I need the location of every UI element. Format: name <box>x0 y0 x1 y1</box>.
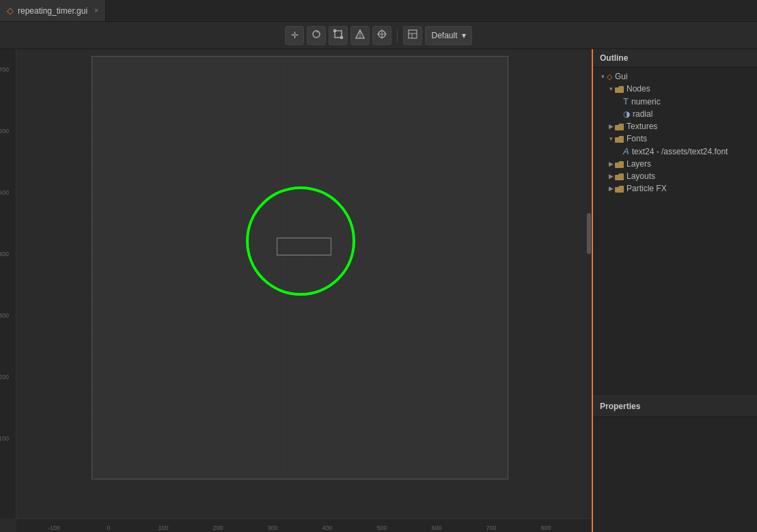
main-layout: 700 600 500 400 300 200 100 -100 0 100 2… <box>0 49 757 532</box>
move-tool-button[interactable]: ✛ <box>285 26 304 45</box>
properties-header: Properties <box>593 396 757 417</box>
numeric-text-box[interactable]: 0s <box>277 238 331 255</box>
ruler-label-neg100: -100 <box>48 524 60 531</box>
ruler-bottom: -100 0 100 200 300 400 500 600 700 800 <box>16 518 592 532</box>
text-icon-numeric: T <box>623 96 629 107</box>
tab-icon: ◇ <box>7 5 14 16</box>
dropdown-arrow-icon: ▾ <box>462 31 466 40</box>
scene-canvas[interactable]: 0s <box>92 56 508 479</box>
ruler-label-500: 500 <box>0 189 9 196</box>
ruler-label-0: 0 <box>107 524 110 531</box>
tree-item-fonts[interactable]: ▾ Fonts <box>593 132 757 145</box>
canvas-wrapper[interactable]: 700 600 500 400 300 200 100 -100 0 100 2… <box>0 49 592 532</box>
scale-icon <box>333 29 343 41</box>
tree-item-layouts[interactable]: ▶ Layouts <box>593 170 757 182</box>
tree-item-numeric[interactable]: T numeric <box>593 95 757 108</box>
canvas-scrollbar-thumb[interactable] <box>587 213 591 254</box>
ruler-label-200b: 200 <box>212 524 223 531</box>
gui-icon: ◇ <box>607 72 612 81</box>
tree-item-textures[interactable]: ▶ Textures <box>593 120 757 132</box>
chevron-down-icon-fonts: ▾ <box>607 135 615 142</box>
ruler-label-600: 600 <box>0 128 9 135</box>
folder-icon-textures <box>615 122 624 130</box>
move-icon: ✛ <box>291 30 299 40</box>
circle-icon-radial: ◑ <box>623 109 630 119</box>
toolbar-sep-1 <box>397 29 398 42</box>
ruler-label-300b: 300 <box>267 524 277 531</box>
folder-icon-particlefx <box>615 184 624 193</box>
chevron-right-icon-textures: ▶ <box>607 123 615 130</box>
tree-item-radial[interactable]: ◑ radial <box>593 108 757 120</box>
ruler-label-600b: 600 <box>431 524 441 531</box>
tree-item-nodes[interactable]: ▾ Nodes <box>593 83 757 95</box>
chevron-down-icon-2: ▾ <box>607 85 615 92</box>
tree-item-label-layers: Layers <box>627 159 651 169</box>
chevron-right-icon-particlefx: ▶ <box>607 185 615 192</box>
snap-tool-button[interactable] <box>372 26 391 45</box>
folder-icon-fonts <box>615 134 624 143</box>
ruler-label-400b: 400 <box>322 524 332 531</box>
chevron-down-icon: ▾ <box>598 73 607 80</box>
outline-section: Outline ▾ ◇ Gui ▾ <box>593 49 757 395</box>
tree-item-layers[interactable]: ▶ Layers <box>593 158 757 170</box>
tab-bar: ◇ repeating_timer.gui × <box>0 0 757 22</box>
chevron-right-icon-layouts: ▶ <box>607 173 615 180</box>
folder-icon-layers <box>615 159 624 168</box>
svg-rect-2 <box>333 29 336 32</box>
tab-label: repeating_timer.gui <box>18 6 87 16</box>
layout-icon <box>408 29 417 41</box>
toolbar: ✛ <box>0 22 757 49</box>
canvas-container: 700 600 500 400 300 200 100 -100 0 100 2… <box>0 49 592 532</box>
folder-icon-nodes <box>615 84 624 93</box>
layout-icon-button[interactable] <box>403 26 422 45</box>
tree-item-label-particlefx: Particle FX <box>627 184 667 193</box>
chevron-right-icon-layers: ▶ <box>607 160 615 167</box>
tree-item-gui[interactable]: ▾ ◇ Gui <box>593 70 757 83</box>
tree-item-label-nodes: Nodes <box>627 84 650 94</box>
ruler-label-200: 200 <box>0 374 9 380</box>
snap-icon <box>377 29 387 41</box>
rotate-tool-button[interactable] <box>307 26 326 45</box>
layout-label: Default <box>431 31 457 40</box>
anchor-tool-button[interactable] <box>350 26 370 45</box>
outline-tree: ▾ ◇ Gui ▾ Nodes <box>593 68 757 197</box>
svg-rect-3 <box>340 36 343 39</box>
ruler-label-300: 300 <box>0 312 9 319</box>
font-icon-text24: A <box>623 146 629 156</box>
ruler-label-400: 400 <box>0 251 9 257</box>
right-panel: Outline ▾ ◇ Gui ▾ <box>592 49 757 532</box>
file-tab[interactable]: ◇ repeating_timer.gui × <box>0 0 106 21</box>
anchor-icon <box>355 29 365 41</box>
layout-dropdown[interactable]: Default ▾ <box>425 26 471 45</box>
ruler-left: 700 600 500 400 300 200 100 <box>0 49 16 518</box>
tree-item-label-fonts: Fonts <box>627 134 647 143</box>
rotate-icon <box>312 29 321 41</box>
tree-item-label-radial: radial <box>633 109 652 119</box>
ruler-label-700b: 700 <box>486 524 496 531</box>
tree-item-label-gui: Gui <box>615 72 628 81</box>
ruler-label-800b: 800 <box>540 524 551 531</box>
numeric-text-value: 0s <box>300 242 308 251</box>
tree-item-label-numeric: numeric <box>631 97 661 107</box>
ruler-label-500b: 500 <box>376 524 387 531</box>
outline-header: Outline <box>593 49 757 68</box>
scale-tool-button[interactable] <box>329 26 348 45</box>
tree-item-label-layouts: Layouts <box>627 171 655 181</box>
svg-rect-9 <box>409 30 417 38</box>
properties-section: Properties <box>593 395 757 532</box>
tree-item-label-textures: Textures <box>627 122 657 131</box>
tree-item-label-text24: text24 - /assets/text24.font <box>632 147 728 156</box>
canvas-scrollbar-vertical[interactable] <box>586 49 592 518</box>
tree-item-text24[interactable]: A text24 - /assets/text24.font <box>593 145 757 158</box>
tab-close-button[interactable]: × <box>94 7 98 14</box>
ruler-label-100: 100 <box>0 435 9 442</box>
ruler-label-100b: 100 <box>158 524 168 531</box>
ruler-label-700: 700 <box>0 66 9 73</box>
folder-icon-layouts <box>615 171 624 180</box>
tree-item-particlefx[interactable]: ▶ Particle FX <box>593 182 757 195</box>
